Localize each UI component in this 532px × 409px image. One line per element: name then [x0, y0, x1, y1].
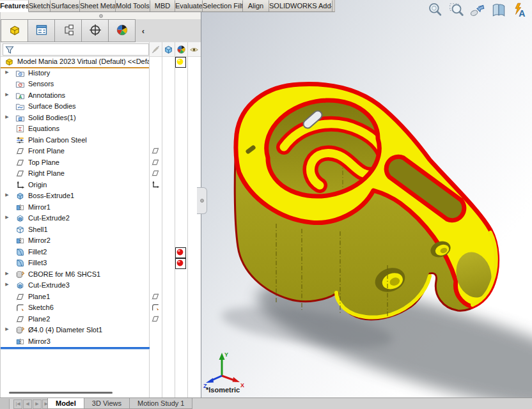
tree-item-surface-bodies[interactable]: Surface Bodies: [1, 101, 201, 112]
display-state-ball: [175, 57, 186, 68]
tree-filter-input[interactable]: [15, 45, 148, 54]
tree-item-fillet2[interactable]: Fillet2: [1, 247, 201, 258]
panel-splitter-handle[interactable]: [197, 187, 207, 214]
tree-item-origin[interactable]: Origin: [1, 180, 201, 191]
menu-tab-mbd[interactable]: MBD: [150, 0, 175, 12]
menu-tab-features[interactable]: Features: [0, 0, 29, 12]
eye-column-header[interactable]: [188, 43, 200, 56]
tree-item-front-plane[interactable]: Front Plane: [1, 146, 201, 157]
tree-item-solid-bodies-1[interactable]: ▶Solid Bodies(1): [1, 112, 201, 124]
previous-view-icon[interactable]: [469, 2, 486, 19]
model-3d[interactable]: [200, 0, 532, 397]
plane-aux-icon: [151, 158, 160, 167]
expand-arrow-icon[interactable]: ▶: [4, 215, 10, 220]
display-state-column-header[interactable]: [175, 43, 187, 56]
tree-item-cbore-for-m6-shcs1[interactable]: ▶CBORE for M6 SHCS1: [1, 269, 201, 281]
mirror-icon: [15, 236, 26, 246]
tree-item-label: Fillet2: [28, 248, 148, 256]
tree-item-mirror2[interactable]: Mirror2: [1, 235, 201, 247]
menu-tab-mold-tools[interactable]: Mold Tools: [116, 0, 150, 12]
origin-icon: [15, 180, 26, 190]
tree-item-label: Origin: [28, 181, 148, 189]
plane-aux-icon: [151, 146, 160, 156]
boss-extrude-icon: [15, 191, 26, 201]
menu-tab-align[interactable]: Align: [243, 0, 269, 12]
mgr-display-icon: [116, 24, 129, 38]
nav-prev-button[interactable]: ◀: [23, 399, 32, 409]
sheet-tab-3d-views[interactable]: 3D Views: [84, 398, 130, 409]
no-edit-column-header[interactable]: [150, 43, 162, 56]
tree-item-sketch6[interactable]: Sketch6: [1, 302, 201, 314]
tree-item-label: Mirror1: [28, 203, 148, 211]
menu-tab-solidworks-add-ins[interactable]: SOLIDWORKS Add-Ins: [269, 0, 332, 12]
tree-item-label: Plane1: [28, 293, 148, 300]
feature-tree: Model Mania 2023 Virtual (Default) <<Def…: [1, 56, 201, 347]
graphics-viewport[interactable]: A Y X Z *Isometric: [200, 0, 532, 397]
cube-column-header[interactable]: [162, 43, 175, 56]
tree-item-boss-extrude1[interactable]: ▶Boss-Extrude1: [1, 190, 201, 202]
tree-item-plane1[interactable]: Plane1: [1, 291, 201, 303]
nav-first-button[interactable]: |◀: [13, 399, 22, 409]
triad-x-label: X: [240, 382, 244, 389]
tree-item-label: Right Plane: [28, 169, 148, 177]
plane-aux-icon: [151, 314, 160, 324]
mgr-configurations-tab[interactable]: [55, 19, 82, 42]
tree-item-top-plane[interactable]: Top Plane: [1, 157, 201, 169]
tree-item-mirror1[interactable]: Mirror1: [1, 202, 201, 213]
folder-solid-icon: [15, 113, 26, 123]
mgr-display-tab[interactable]: [109, 19, 136, 42]
mgr-dimxpert-icon: [89, 24, 102, 38]
mgr-properties-icon: [35, 24, 48, 38]
mgr-dimxpert-tab[interactable]: [82, 19, 109, 42]
section-view-icon[interactable]: [490, 2, 507, 19]
expand-arrow-icon[interactable]: ▶: [4, 327, 10, 332]
tree-horizontal-scrollbar[interactable]: [9, 392, 113, 394]
tree-item-history[interactable]: ▶History: [1, 68, 201, 79]
tree-item-equations[interactable]: ΣEquations: [1, 123, 201, 135]
expand-arrow-icon[interactable]: ▶: [4, 70, 10, 75]
expand-arrow-icon[interactable]: ▶: [4, 92, 10, 97]
zoom-fit-icon[interactable]: [427, 2, 444, 19]
plane-aux-icon: [151, 169, 160, 178]
menu-tab-sheet-metal[interactable]: Sheet Metal: [80, 0, 116, 12]
mgr-part-tab[interactable]: [1, 19, 28, 42]
tree-item-cut-extrude2[interactable]: ▶Cut-Extrude2: [1, 213, 201, 224]
tree-item-shell1[interactable]: Shell1: [1, 224, 201, 236]
sheet-tab-motion-study-1[interactable]: Motion Study 1: [130, 398, 192, 409]
expand-arrow-icon[interactable]: ▶: [4, 271, 10, 276]
tree-item-mirror3[interactable]: Mirror3: [1, 336, 201, 348]
tree-item-label: History: [28, 69, 148, 77]
tree-item-plain-carbon-steel[interactable]: Plain Carbon Steel: [1, 135, 201, 146]
splitter-dot: [200, 199, 204, 203]
tree-item-label: Top Plane: [28, 158, 148, 166]
mgr-properties-tab[interactable]: [28, 19, 55, 42]
fillet-icon: [15, 258, 26, 268]
expand-arrow-icon[interactable]: ▶: [4, 192, 10, 197]
tree-filter-field[interactable]: [3, 43, 149, 56]
folder-surface-icon: [15, 102, 26, 112]
expand-arrow-icon[interactable]: ▶: [4, 114, 10, 120]
expand-arrow-icon[interactable]: ▶: [4, 282, 10, 287]
sheet-tab-model[interactable]: Model: [47, 398, 84, 409]
tree-item-sensors[interactable]: Sensors: [1, 79, 201, 90]
menu-tab-evaluate[interactable]: Evaluate: [175, 0, 203, 12]
menu-tab-sketch[interactable]: Sketch: [29, 0, 51, 12]
rollback-bar[interactable]: [1, 347, 150, 349]
menu-tab-surfaces[interactable]: Surfaces: [51, 0, 80, 12]
menu-tab-selection-filter[interactable]: Selection Filter: [203, 0, 243, 12]
tree-item-annotations[interactable]: ▶AAnnotations: [1, 90, 201, 102]
tree-item-plane2[interactable]: Plane2: [1, 314, 201, 325]
tree-item-4-0-4-diameter-slot1[interactable]: ▶Ø4.0 (4) Diameter Slot1: [1, 325, 201, 336]
tree-item-cut-extrude3[interactable]: ▶Cut-Extrude3: [1, 280, 201, 291]
panel-collapse-button[interactable]: ‹: [136, 19, 151, 42]
svg-text:A: A: [19, 94, 22, 98]
tree-item-fillet3[interactable]: Fillet3: [1, 258, 201, 269]
tree-root-model-mania-2023-virtual-default-default-di[interactable]: Model Mania 2023 Virtual (Default) <<Def…: [1, 56, 201, 68]
zoom-area-icon[interactable]: [448, 2, 465, 19]
nav-next-button[interactable]: ▶: [33, 399, 42, 409]
annotations-3d-icon[interactable]: A: [512, 2, 528, 19]
tree-item-label: Ø4.0 (4) Diameter Slot1: [28, 326, 148, 334]
tree-item-label: Solid Bodies(1): [28, 114, 148, 121]
mgr-configurations-icon: [62, 24, 75, 38]
tree-item-right-plane[interactable]: Right Plane: [1, 168, 201, 180]
